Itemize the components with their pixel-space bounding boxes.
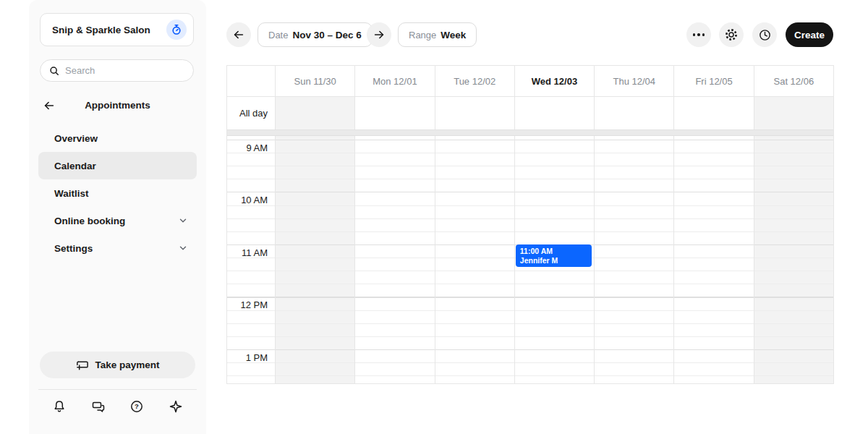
svg-text:?: ? (135, 402, 139, 410)
date-value: Nov 30 – Dec 6 (292, 30, 361, 41)
gear-icon (724, 27, 739, 42)
clock-icon (758, 28, 772, 42)
take-payment-label: Take payment (95, 359, 159, 370)
event-client: Jennifer M (520, 256, 587, 265)
sparkle-icon[interactable] (167, 398, 184, 415)
hour-label: 11 AM (227, 247, 275, 258)
day-column-tue[interactable] (435, 136, 514, 383)
day-column-sat[interactable] (754, 136, 833, 383)
search-input[interactable] (65, 65, 184, 76)
next-week-button[interactable] (367, 22, 391, 47)
help-icon[interactable]: ? (128, 398, 145, 415)
prev-week-button[interactable] (226, 22, 251, 47)
all-day-cell[interactable] (435, 97, 514, 129)
sidebar-item-label: Waitlist (54, 188, 89, 199)
business-name: Snip & Sparkle Salon (52, 25, 150, 35)
sidebar-item-waitlist[interactable]: Waitlist (38, 179, 197, 207)
all-day-cell[interactable] (275, 97, 354, 129)
sidebar-item-label: Settings (54, 243, 93, 254)
range-picker[interactable]: Range Week (398, 22, 477, 47)
header-gutter (227, 66, 275, 96)
day-column-thu[interactable] (594, 136, 673, 383)
sidebar-item-label: Online booking (54, 216, 125, 226)
day-header-row: Sun 11/30 Mon 12/01 Tue 12/02 Wed 12/03 … (227, 66, 833, 97)
sidebar-item-overview[interactable]: Overview (38, 124, 197, 152)
more-options-button[interactable] (686, 22, 711, 47)
day-header-mon: Mon 12/01 (354, 66, 434, 96)
all-day-cell[interactable] (594, 97, 673, 129)
range-value: Week (441, 30, 466, 41)
range-label: Range (409, 30, 436, 41)
calendar-grid: Sun 11/30 Mon 12/01 Tue 12/02 Wed 12/03 … (226, 65, 834, 384)
app-root: Snip & Sparkle Salon (0, 0, 868, 434)
all-day-row: All day (227, 97, 833, 130)
timer-icon[interactable] (166, 20, 187, 40)
sidebar-item-online-booking[interactable]: Online booking (38, 207, 197, 234)
day-header-tue: Tue 12/02 (435, 66, 514, 96)
arrow-left-icon (232, 28, 245, 41)
all-day-cell[interactable] (354, 97, 434, 129)
hour-label: 9 AM (227, 142, 275, 153)
card-plus-icon (75, 358, 89, 372)
sidebar: Snip & Sparkle Salon (29, 0, 206, 434)
chevron-down-icon (178, 243, 188, 253)
date-label: Date (268, 30, 288, 41)
search-box[interactable] (40, 59, 194, 82)
hour-label: 1 PM (227, 352, 275, 363)
all-day-cell[interactable] (673, 97, 753, 129)
time-grid: 9 AM 10 AM 11 AM 12 PM 1 PM 11:00 AM Jen… (227, 136, 833, 383)
day-header-sat: Sat 12/06 (754, 66, 833, 96)
chevron-down-icon (178, 216, 188, 226)
business-switcher[interactable]: Snip & Sparkle Salon (40, 13, 194, 46)
date-picker[interactable]: Date Nov 30 – Dec 6 (258, 22, 373, 47)
event-time: 11:00 AM (520, 247, 587, 256)
time-gutter (227, 136, 275, 383)
appointment-event[interactable]: 11:00 AM Jennifer M (516, 244, 592, 267)
grid-divider-band (227, 130, 833, 136)
all-day-label: All day (227, 97, 275, 129)
section-title: Appointments (29, 100, 206, 111)
create-button[interactable]: Create (786, 22, 833, 47)
hour-label: 12 PM (227, 299, 275, 310)
divider (38, 389, 197, 390)
sidebar-item-calendar[interactable]: Calendar (38, 152, 197, 179)
history-button[interactable] (752, 22, 777, 47)
chat-icon[interactable] (90, 398, 107, 415)
take-payment-button[interactable]: Take payment (40, 352, 195, 378)
sidebar-item-settings[interactable]: Settings (38, 234, 197, 262)
day-column-fri[interactable] (673, 136, 753, 383)
day-header-fri: Fri 12/05 (673, 66, 753, 96)
search-icon (49, 66, 59, 76)
sidebar-menu: Overview Calendar Waitlist Online bookin… (38, 124, 197, 262)
hour-label: 10 AM (227, 195, 275, 205)
sidebar-item-label: Overview (54, 133, 98, 144)
all-day-cell[interactable] (754, 97, 833, 129)
day-header-sun: Sun 11/30 (275, 66, 354, 96)
day-column-mon[interactable] (354, 136, 434, 383)
arrow-right-icon (373, 28, 386, 41)
sidebar-item-label: Calendar (54, 161, 96, 171)
all-day-cell[interactable] (514, 97, 594, 129)
sidebar-footer: ? (38, 396, 197, 417)
day-header-thu: Thu 12/04 (594, 66, 673, 96)
section-header: Appointments (29, 97, 206, 114)
settings-button[interactable] (719, 22, 744, 47)
day-header-wed: Wed 12/03 (514, 66, 594, 96)
bell-icon[interactable] (51, 398, 68, 415)
ellipsis-icon (693, 33, 705, 36)
day-column-sun[interactable] (275, 136, 354, 383)
